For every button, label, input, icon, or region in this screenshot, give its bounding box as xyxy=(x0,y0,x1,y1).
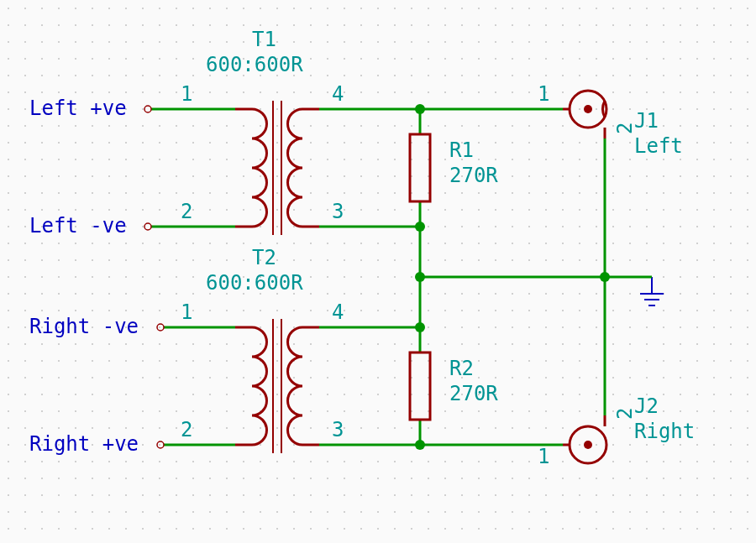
svg-point-44 xyxy=(415,440,425,450)
svg-point-45 xyxy=(600,272,610,282)
j1-ref: J1 xyxy=(634,109,659,133)
svg-point-18 xyxy=(144,223,151,230)
t1-value: 600:600R xyxy=(206,53,303,76)
j1-pin2: 2 xyxy=(613,123,637,134)
t1-pin2: 2 xyxy=(181,200,192,223)
netlabel-right-neg: Right -ve xyxy=(29,315,139,338)
svg-rect-25 xyxy=(410,134,430,201)
ground-symbol xyxy=(605,277,664,305)
component-j2 xyxy=(563,415,606,463)
schematic-canvas xyxy=(0,0,756,543)
r2-ref: R2 xyxy=(449,357,474,380)
j2-value: Right xyxy=(634,420,695,443)
t2-pin4: 4 xyxy=(332,300,344,324)
component-r1 xyxy=(410,134,430,201)
t2-value: 600:600R xyxy=(206,271,303,295)
r2-value: 270R xyxy=(449,382,498,405)
j1-pin1: 1 xyxy=(538,82,549,106)
svg-point-28 xyxy=(584,105,592,113)
t1-pin1: 1 xyxy=(181,82,192,106)
t2-pin3: 3 xyxy=(332,418,344,441)
svg-point-40 xyxy=(415,104,425,114)
t1-pin3: 3 xyxy=(332,200,344,223)
t1-ref: T1 xyxy=(252,28,276,51)
r1-ref: R1 xyxy=(449,138,474,162)
j2-pin1: 1 xyxy=(538,445,549,468)
netlabel-left-pos: Left +ve xyxy=(29,97,127,120)
svg-point-41 xyxy=(415,222,425,232)
component-t1 xyxy=(235,101,319,235)
svg-point-17 xyxy=(144,106,151,112)
t2-pin1: 1 xyxy=(181,300,192,324)
component-t2 xyxy=(235,319,319,453)
svg-point-20 xyxy=(157,441,164,448)
j1-value: Left xyxy=(634,134,683,158)
netlabel-right-pos: Right +ve xyxy=(29,432,139,456)
svg-rect-26 xyxy=(410,352,430,420)
svg-point-19 xyxy=(157,324,164,331)
t2-ref: T2 xyxy=(252,246,276,269)
r1-value: 270R xyxy=(449,164,498,187)
svg-point-42 xyxy=(415,272,425,282)
j2-ref: J2 xyxy=(634,394,659,418)
svg-point-43 xyxy=(415,322,425,332)
t1-pin4: 4 xyxy=(332,82,344,106)
component-r2 xyxy=(410,352,430,420)
t2-pin2: 2 xyxy=(181,418,192,441)
netlabel-left-neg: Left -ve xyxy=(29,214,127,238)
j2-pin2: 2 xyxy=(613,408,637,420)
svg-point-32 xyxy=(584,441,592,449)
component-j1 xyxy=(563,91,606,138)
